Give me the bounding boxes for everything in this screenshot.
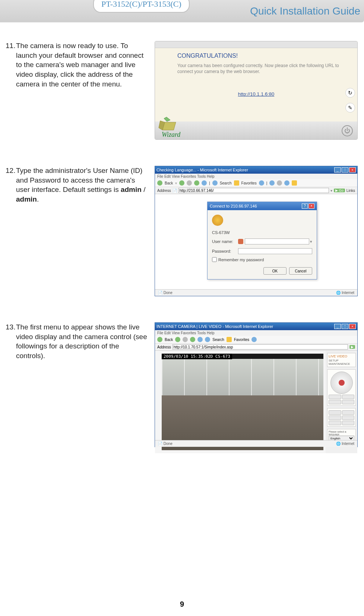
set-btn-2[interactable] (342, 410, 355, 415)
live-search-label[interactable]: Search (212, 338, 224, 342)
auth-dialog: Connect to 210.66.97.146 ? × CS-673W (207, 202, 317, 279)
ok-button[interactable]: OK (263, 267, 287, 275)
username-label: User name: (212, 239, 238, 244)
address-input[interactable] (178, 188, 329, 193)
dialog-close-icon[interactable]: × (308, 203, 314, 209)
nav-live[interactable]: LIVE VIDEO (329, 354, 354, 358)
ptz-btn-4[interactable] (342, 400, 355, 404)
auth-title-text: Connect to 210.66.97.146 (210, 204, 257, 208)
minimize-icon[interactable]: _ (334, 167, 341, 173)
username-row: User name: ▾ (212, 238, 312, 244)
ptz-btn-3[interactable] (329, 400, 341, 404)
mail-icon[interactable] (269, 180, 275, 186)
page-icon: 📄 (172, 189, 177, 193)
ptz-control[interactable] (330, 372, 353, 394)
home-icon[interactable] (202, 180, 207, 186)
set-btn-6[interactable] (342, 421, 355, 425)
print-icon[interactable] (277, 180, 282, 186)
wizard-bottombar: Wizard ⏻ (155, 121, 357, 139)
set-btn-5[interactable] (329, 421, 341, 425)
go-button[interactable]: ▶ Go (334, 189, 345, 192)
wizard-label: Wizard (162, 131, 180, 139)
power-icon[interactable]: ⏻ (342, 125, 353, 136)
password-label: Password: (212, 249, 238, 253)
live-back-label[interactable]: Back (165, 338, 173, 342)
remember-row: Remember my password (212, 257, 312, 262)
close-icon[interactable]: × (349, 167, 356, 173)
favorites-icon[interactable] (234, 180, 239, 186)
search-label[interactable]: Search (220, 181, 232, 185)
live-go-button[interactable]: ▶ (349, 345, 355, 349)
back-icon[interactable] (157, 180, 162, 186)
key-icon (212, 215, 223, 226)
status-right: 🌐 Internet (336, 291, 354, 295)
live-window: INTERNET CAMERA | LIVE VIDEO - Microsoft… (155, 322, 358, 447)
maximize-icon[interactable]: □ (342, 167, 348, 173)
step-12-text: 12. Type the administrator's User Name (… (6, 166, 147, 204)
live-body: 2009/03/10 15:35:02D CS-673 LIVE VIDEO S… (155, 351, 357, 453)
ie-statusbar: 📄 Done 🌐 Internet (155, 289, 357, 296)
set-btn-1[interactable] (329, 410, 341, 415)
ie-toolbar: Back ▾ | Search Favorites | (155, 179, 357, 187)
live-forward-icon[interactable] (175, 337, 180, 342)
ie-window: Checking Language... - Microsoft Interne… (155, 166, 358, 296)
set-btn-4[interactable] (342, 416, 355, 420)
step-12-admin1: admin (121, 186, 142, 193)
wizard-panel: CONGRATULATIONS! Your camera has been co… (155, 41, 358, 140)
video-scene (162, 359, 323, 450)
status-left: 📄 Done (158, 291, 172, 295)
lang-label: Please select a language (329, 430, 354, 436)
guide-title: Quick Installation Guide (250, 5, 360, 17)
live-back-icon[interactable] (157, 337, 162, 342)
done-icon: 📄 (158, 291, 162, 295)
username-input[interactable] (245, 238, 309, 244)
ptz-btn-1[interactable] (329, 395, 341, 399)
live-search-icon[interactable] (205, 337, 210, 342)
live-address-input[interactable] (172, 344, 348, 350)
media-icon[interactable] (259, 180, 264, 186)
nav-maint[interactable]: MAINTANENCE (329, 362, 354, 366)
live-close-icon[interactable]: × (349, 324, 356, 329)
live-toolbar: Back Search Favorites (155, 336, 357, 344)
step-11-body: The camera is now ready to use. To launc… (16, 41, 147, 89)
live-media-icon[interactable] (251, 337, 257, 342)
content: 11. The camera is now ready to use. To l… (0, 22, 364, 447)
cancel-button[interactable]: Cancel (289, 267, 312, 275)
ie-menubar[interactable]: File Edit View Favorites Tools Help (155, 174, 357, 179)
step-12-number: 12. (6, 166, 16, 204)
help-icon[interactable]: ? (302, 203, 308, 209)
discuss-icon[interactable] (292, 180, 297, 186)
live-maximize-icon[interactable]: □ (342, 324, 348, 329)
live-addressbar: Address ▶ (155, 344, 357, 351)
password-input[interactable] (238, 248, 312, 254)
live-favorites-icon[interactable] (227, 337, 232, 342)
back-label[interactable]: Back (165, 181, 173, 185)
step-11: 11. The camera is now ready to use. To l… (6, 41, 358, 140)
favorites-label[interactable]: Favorites (241, 181, 257, 185)
live-minimize-icon[interactable]: _ (334, 324, 341, 329)
video-timestamp: 2009/03/10 15:35:02D CS-673 (162, 354, 232, 359)
live-status-left: 📄 Done (158, 442, 172, 446)
nav-setup[interactable]: SETUP (329, 359, 354, 362)
auth-buttons: OK Cancel (212, 267, 312, 275)
settings-box (327, 408, 356, 427)
status-left-text: Done (164, 291, 172, 295)
live-reload-icon[interactable] (190, 337, 195, 342)
ptz-btn-2[interactable] (342, 395, 355, 399)
remember-checkbox[interactable] (212, 257, 217, 262)
live-stop-icon[interactable] (183, 337, 188, 342)
live-home-icon[interactable] (197, 337, 203, 342)
set-btn-3[interactable] (329, 416, 341, 420)
live-favorites-label[interactable]: Favorites (234, 338, 249, 342)
search-icon[interactable] (212, 180, 218, 186)
wizard-url-link[interactable]: http://10.1.1.6:80 (155, 91, 357, 97)
reload-icon[interactable] (194, 180, 199, 186)
live-menubar[interactable]: File Edit View Favorites Tools Help (155, 330, 357, 336)
edit-tb-icon[interactable] (284, 180, 289, 186)
wizard-side-icons: ↻ ✎ (345, 88, 355, 113)
links-label[interactable]: Links (346, 189, 355, 193)
edit-icon[interactable]: ✎ (345, 103, 355, 113)
refresh-icon[interactable]: ↻ (345, 88, 355, 98)
stop-icon[interactable] (187, 180, 192, 186)
forward-icon[interactable] (179, 180, 184, 186)
